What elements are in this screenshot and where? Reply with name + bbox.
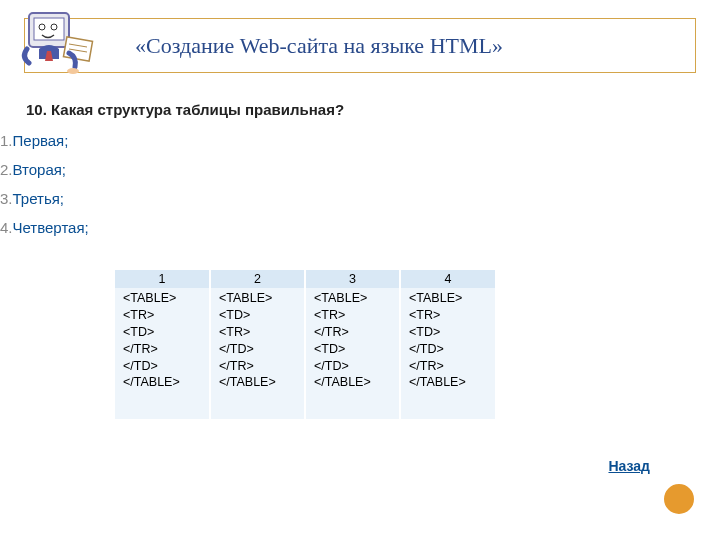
answer-option[interactable]: 3.Третья; — [0, 188, 720, 209]
page-title: «Создание Web-сайта на языке HTML» — [135, 33, 503, 59]
code-table-wrap: 1 2 3 4 <TABLE> <TR> <TD> </TR> </TD> </… — [115, 270, 720, 419]
answer-option[interactable]: 2.Вторая; — [0, 159, 720, 180]
code-col-header: 2 — [210, 270, 305, 288]
answer-option[interactable]: 1.Первая; — [0, 130, 720, 151]
code-col-header: 4 — [400, 270, 495, 288]
code-col-header: 3 — [305, 270, 400, 288]
header-bar: «Создание Web-сайта на языке HTML» — [24, 18, 696, 73]
svg-point-3 — [51, 24, 57, 30]
mascot-icon — [17, 9, 97, 83]
answer-list: 1.Первая; 2.Вторая; 3.Третья; 4.Четверта… — [0, 130, 720, 238]
code-cell: <TABLE> <TR> <TD> </TD> </TR> </TABLE> — [400, 288, 495, 419]
back-link[interactable]: Назад — [608, 458, 650, 474]
code-cell: <TABLE> <TR> </TR> <TD> </TD> </TABLE> — [305, 288, 400, 419]
svg-point-2 — [39, 24, 45, 30]
svg-point-7 — [67, 68, 79, 74]
nav-dot-icon[interactable] — [662, 482, 696, 516]
code-col-header: 1 — [115, 270, 210, 288]
answer-option[interactable]: 4.Четвертая; — [0, 217, 720, 238]
code-table: 1 2 3 4 <TABLE> <TR> <TD> </TR> </TD> </… — [115, 270, 495, 419]
code-cell: <TABLE> <TR> <TD> </TR> </TD> </TABLE> — [115, 288, 210, 419]
question-text: 10. Какая структура таблицы правильная? — [26, 101, 694, 118]
svg-rect-4 — [63, 37, 92, 61]
svg-rect-1 — [34, 18, 64, 40]
code-cell: <TABLE> <TD> <TR> </TD> </TR> </TABLE> — [210, 288, 305, 419]
